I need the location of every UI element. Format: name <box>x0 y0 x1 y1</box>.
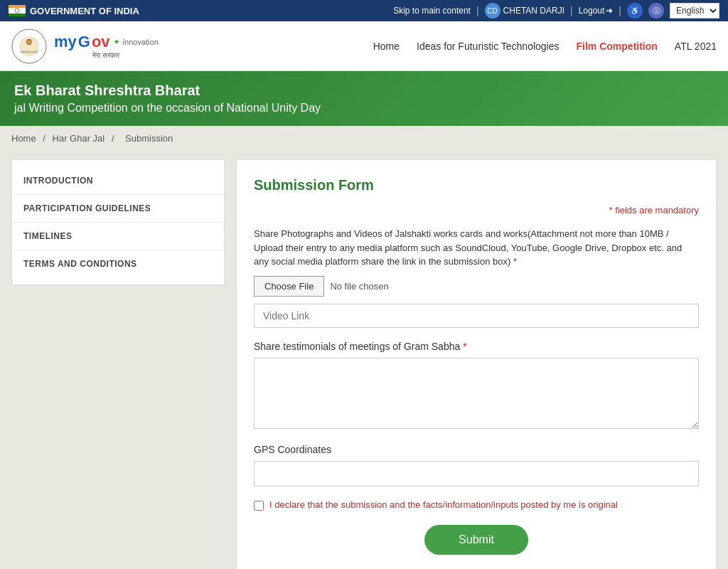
user-avatar: CD <box>485 3 500 18</box>
file-description: Share Photographs and Videos of Jalshakt… <box>254 227 699 269</box>
hero-banner: Ek Bharat Shreshtra Bharat jal Writing C… <box>0 71 728 126</box>
nav-links: Home Ideas for Futuristic Technologies F… <box>373 41 717 52</box>
svg-point-0 <box>15 9 19 13</box>
declaration-checkbox[interactable] <box>254 501 264 511</box>
no-file-text: No file chosen <box>330 281 388 292</box>
breadcrumb-home[interactable]: Home <box>11 133 36 144</box>
user-name: CHETAN DARJI <box>503 6 564 16</box>
testimonials-section: Share testimonials of meetings of Gram S… <box>254 341 699 444</box>
gps-input[interactable] <box>254 461 699 486</box>
declaration-row: I declare that the submission and the fa… <box>254 499 699 511</box>
nav-atl[interactable]: ATL 2021 <box>675 41 717 52</box>
divider3: | <box>619 5 621 16</box>
video-link-input[interactable] <box>254 304 699 328</box>
gov-title: GOVERNMENT OF INDIA <box>30 6 139 16</box>
required-star-file: * <box>513 256 517 267</box>
gov-bar: GOVERNMENT OF INDIA Skip to main content… <box>0 0 728 21</box>
hero-title-line1: Ek Bharat Shreshtra Bharat <box>14 83 714 99</box>
submit-button[interactable]: Submit <box>424 525 528 555</box>
nav-home[interactable]: Home <box>373 41 400 52</box>
mygov-sub: मेरा सरकार <box>92 51 119 60</box>
gps-label: GPS Coordinates <box>254 444 699 455</box>
user-menu-button[interactable]: CD CHETAN DARJI <box>485 3 564 18</box>
sidebar: INTRODUCTION PARTICIPATION GUIDELINES TI… <box>11 159 225 285</box>
divider2: | <box>570 5 573 16</box>
nav-film[interactable]: Film Competition <box>577 41 658 52</box>
mandatory-note: * fields are mandatory <box>254 205 699 216</box>
sidebar-item-timelines[interactable]: TIMELINES <box>12 223 224 250</box>
form-title: Submission Form <box>254 177 699 193</box>
gps-section: GPS Coordinates <box>254 444 699 499</box>
main-content: INTRODUCTION PARTICIPATION GUIDELINES TI… <box>0 151 728 569</box>
gov-bar-right: Skip to main content | CD CHETAN DARJI |… <box>393 3 719 18</box>
file-row: Choose File No file chosen <box>254 276 699 297</box>
language-select[interactable]: English Hindi <box>670 3 719 18</box>
testimonials-label: Share testimonials of meetings of Gram S… <box>254 341 699 352</box>
hero-title-line2: jal Writing Competition on the occasion … <box>14 102 714 115</box>
form-area: Submission Form * fields are mandatory S… <box>236 159 717 569</box>
accessibility-icon[interactable]: ♿ <box>627 3 643 18</box>
file-upload-section: Share Photographs and Videos of Jalshakt… <box>254 227 699 341</box>
breadcrumb-current: Submission <box>125 133 173 144</box>
declaration-label[interactable]: I declare that the submission and the fa… <box>269 499 618 510</box>
svg-text:सत्यमेव जयते: सत्यमेव जयते <box>20 50 38 54</box>
logo-area: 🦁 सत्यमेव जयते my G ov ✦ innovation मेरा… <box>11 28 159 64</box>
main-nav: 🦁 सत्यमेव जयते my G ov ✦ innovation मेरा… <box>0 21 728 71</box>
nav-ideas[interactable]: Ideas for Futuristic Technologies <box>417 41 560 52</box>
divider1: | <box>476 5 479 16</box>
gov-bar-left: GOVERNMENT OF INDIA <box>9 5 139 16</box>
testimonials-textarea[interactable] <box>254 358 699 429</box>
breadcrumb: Home / Har Ghar Jal / Submission <box>0 126 728 151</box>
sidebar-item-terms[interactable]: TERMS AND CONDITIONS <box>12 250 224 277</box>
skip-to-main-button[interactable]: Skip to main content <box>393 6 471 16</box>
breadcrumb-sep1: / <box>43 133 48 144</box>
breadcrumb-sep2: / <box>112 133 117 144</box>
breadcrumb-hargharjal[interactable]: Har Ghar Jal <box>53 133 105 144</box>
mygov-logo: my G ov ✦ innovation मेरा सरकार <box>54 33 159 60</box>
submit-row: Submit <box>254 525 699 555</box>
language-icon[interactable]: Ⓢ <box>648 3 664 18</box>
india-emblem: 🦁 सत्यमेव जयते <box>11 28 47 64</box>
sidebar-item-introduction[interactable]: INTRODUCTION <box>12 167 224 195</box>
choose-file-button[interactable]: Choose File <box>254 276 324 297</box>
logout-button[interactable]: Logout ➜ <box>579 6 614 16</box>
sidebar-item-guidelines[interactable]: PARTICIPATION GUIDELINES <box>12 195 224 223</box>
svg-text:🦁: 🦁 <box>26 38 33 46</box>
india-flag <box>9 5 26 16</box>
